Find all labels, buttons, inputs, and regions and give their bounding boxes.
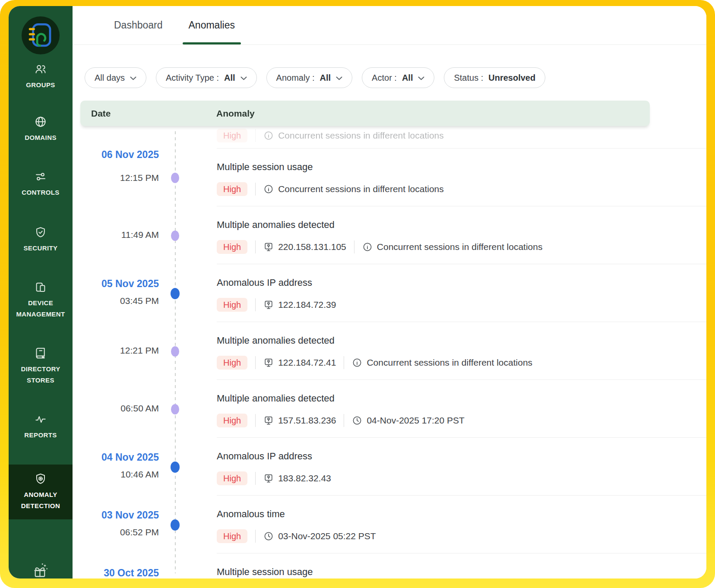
sidebar-item-directory-stores[interactable]: DIRECTORY STORES bbox=[9, 347, 73, 386]
date-label: 30 Oct 2025 bbox=[73, 553, 159, 579]
sidebar-item-device-management[interactable]: DEVICE MANAGEMENT bbox=[9, 281, 73, 320]
meta-text: Concurrent sessions in different locatio… bbox=[278, 184, 444, 194]
timeline-row[interactable]: 11:49 AMMultiple anomalies detectedHigh2… bbox=[73, 206, 706, 264]
meta-item: Concurrent sessions in different locatio… bbox=[263, 184, 444, 194]
meta-text: 03-Nov-2025 05:22 PST bbox=[278, 531, 376, 541]
filter-status[interactable]: Status : Unresolved bbox=[444, 67, 545, 88]
vertical-divider bbox=[255, 356, 256, 369]
meta-row: HighConcurrent sessions in different loc… bbox=[217, 129, 706, 142]
vertical-divider bbox=[255, 129, 256, 142]
timeline-track bbox=[159, 379, 217, 437]
timeline-row[interactable]: 03 Nov 202506:52 PMAnomalous timeHigh03-… bbox=[73, 495, 706, 553]
sidebar-item-label: CONTROLS bbox=[9, 187, 73, 198]
meta-item: Concurrent sessions in different locatio… bbox=[352, 357, 532, 368]
sidebar-item-reports[interactable]: REPORTS bbox=[9, 413, 73, 441]
sidebar-item-label: DEVICE MANAGEMENT bbox=[9, 297, 73, 320]
filter-days[interactable]: All days bbox=[85, 67, 146, 88]
shield-gear-icon bbox=[34, 472, 47, 485]
meta-item: 122.184.72.41 bbox=[263, 357, 336, 368]
groups-icon bbox=[34, 63, 47, 76]
devices-icon bbox=[34, 281, 47, 294]
timeline-track bbox=[159, 553, 217, 579]
row-when: 06:50 AM bbox=[73, 379, 159, 437]
vertical-divider bbox=[255, 414, 256, 427]
time-label: 10:46 AM bbox=[73, 469, 159, 480]
row-when: 03 Nov 202506:52 PM bbox=[73, 495, 159, 553]
sidebar: GROUPSDOMAINSCONTROLSSECURITYDEVICE MANA… bbox=[9, 6, 73, 579]
timeline-row[interactable]: 06 Nov 202512:15 PMMultiple session usag… bbox=[73, 148, 706, 206]
meta-text: 157.51.83.236 bbox=[278, 415, 336, 426]
row-content: Anomalous timeHigh03-Nov-2025 05:22 PST bbox=[217, 495, 706, 553]
timeline-list[interactable]: HighConcurrent sessions in different loc… bbox=[73, 126, 706, 579]
timeline-track bbox=[159, 206, 217, 264]
meta-row: High122.184.72.41Concurrent sessions in … bbox=[217, 356, 706, 370]
sidebar-item-groups[interactable]: GROUPS bbox=[9, 63, 73, 91]
tab-dashboard[interactable]: Dashboard bbox=[107, 6, 170, 44]
severity-badge: High bbox=[217, 182, 247, 196]
alert-icon bbox=[352, 357, 362, 368]
meta-text: Concurrent sessions in different locatio… bbox=[367, 357, 532, 368]
timeline-row[interactable]: 30 Oct 2025Multiple session usage bbox=[73, 553, 706, 579]
meta-item: 183.82.32.43 bbox=[263, 473, 331, 484]
filter-value: All bbox=[224, 73, 235, 83]
alert-icon bbox=[263, 184, 274, 194]
timeline-dot bbox=[171, 404, 179, 414]
meta-item: 157.51.83.236 bbox=[263, 415, 336, 426]
timeline-track bbox=[159, 322, 217, 379]
vertical-divider bbox=[255, 472, 256, 485]
timeline-row[interactable]: 05 Nov 202503:45 PMAnomalous IP addressH… bbox=[73, 264, 706, 322]
row-when: 04 Nov 202510:46 AM bbox=[73, 437, 159, 495]
meta-item: 122.184.72.39 bbox=[263, 300, 336, 310]
column-header-anomaly: Anomaly bbox=[216, 108, 255, 119]
sidebar-item-controls[interactable]: CONTROLS bbox=[9, 170, 73, 198]
ip-icon bbox=[263, 473, 274, 484]
filter-anomaly[interactable]: Anomaly : All bbox=[266, 67, 353, 88]
timeline-row[interactable]: 06:50 AMMultiple anomalies detectedHigh1… bbox=[73, 379, 706, 437]
vertical-divider bbox=[354, 240, 354, 253]
meta-row: High122.184.72.39 bbox=[217, 298, 706, 312]
row-when: 05 Nov 202503:45 PM bbox=[73, 264, 159, 322]
time-label: 06:52 PM bbox=[73, 527, 159, 538]
sidebar-item-label: SECURITY bbox=[9, 243, 73, 254]
tab-anomalies[interactable]: Anomalies bbox=[182, 6, 242, 44]
app-logo-icon bbox=[22, 16, 60, 56]
filter-value: All bbox=[402, 73, 413, 83]
meta-row: High220.158.131.105Concurrent sessions i… bbox=[217, 240, 706, 254]
gift-icon[interactable] bbox=[31, 561, 51, 579]
vertical-divider bbox=[255, 240, 256, 253]
meta-item: 220.158.131.105 bbox=[263, 242, 346, 252]
meta-row: High157.51.83.23604-Nov-2025 17:20 PST bbox=[217, 414, 706, 427]
vertical-divider bbox=[344, 414, 344, 427]
sidebar-item-anomaly-detection[interactable]: ANOMALY DETECTION bbox=[9, 465, 73, 519]
timeline-track bbox=[159, 264, 217, 322]
sidebar-item-label: DOMAINS bbox=[9, 132, 73, 143]
filter-actor[interactable]: Actor : All bbox=[362, 67, 434, 88]
filter-activity-type[interactable]: Activity Type : All bbox=[156, 67, 257, 88]
meta-item: 04-Nov-2025 17:20 PST bbox=[352, 415, 464, 426]
row-content: Multiple anomalies detectedHigh122.184.7… bbox=[217, 322, 706, 379]
severity-badge: High bbox=[217, 129, 247, 142]
timeline-row[interactable]: 04 Nov 202510:46 AMAnomalous IP addressH… bbox=[73, 437, 706, 495]
sidebar-item-security[interactable]: SECURITY bbox=[9, 226, 73, 254]
chevron-down-icon bbox=[130, 76, 136, 80]
date-label: 06 Nov 2025 bbox=[73, 148, 159, 161]
main-area: DashboardAnomalies All daysActivity Type… bbox=[73, 6, 706, 579]
book-icon bbox=[34, 347, 47, 360]
filter-prefix: Anomaly : bbox=[276, 73, 315, 83]
row-title: Anomalous time bbox=[217, 509, 706, 520]
timeline-dot bbox=[171, 346, 179, 357]
tab-label: Dashboard bbox=[114, 19, 163, 31]
sliders-icon bbox=[34, 170, 47, 183]
vertical-divider bbox=[344, 356, 344, 369]
timeline-track bbox=[159, 148, 217, 206]
sidebar-item-domains[interactable]: DOMAINS bbox=[9, 115, 73, 143]
row-title: Anomalous IP address bbox=[217, 277, 706, 288]
ip-icon bbox=[263, 242, 274, 252]
shield-check-icon bbox=[34, 226, 47, 239]
timeline-dot bbox=[171, 231, 179, 241]
sidebar-item-label: DIRECTORY STORES bbox=[9, 364, 73, 386]
timeline-dot bbox=[171, 288, 180, 299]
timeline-row[interactable]: 12:21 PMMultiple anomalies detectedHigh1… bbox=[73, 322, 706, 379]
row-title: Multiple session usage bbox=[217, 566, 706, 578]
timeline-dot bbox=[171, 173, 179, 183]
